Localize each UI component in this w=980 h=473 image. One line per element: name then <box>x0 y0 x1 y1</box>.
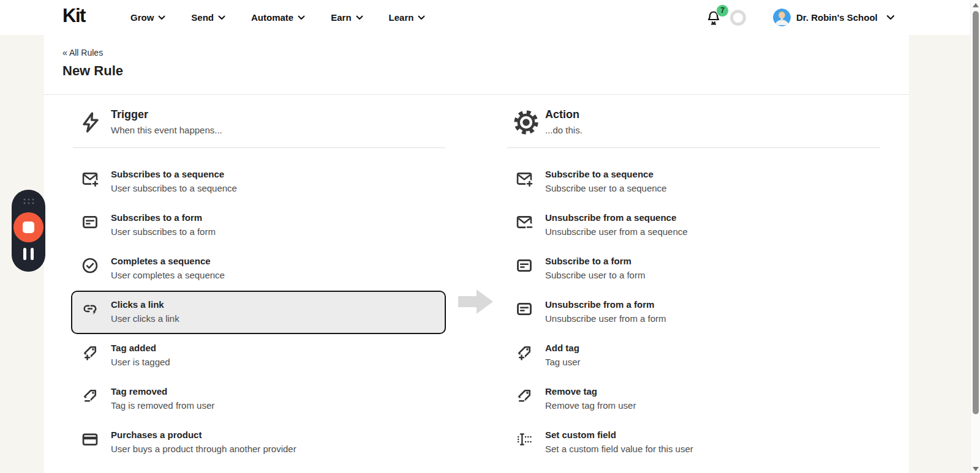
item-title: Subscribe to a form <box>545 256 631 267</box>
trigger-item-tag-added[interactable]: Tag added User is tagged <box>73 343 445 367</box>
trigger-item-subscribes-to-a-sequence[interactable]: Subscribes to a sequence User subscribes… <box>73 169 445 193</box>
trigger-title: Trigger <box>111 108 148 121</box>
trigger-item-tag-removed[interactable]: Tag removed Tag is removed from user <box>73 386 445 411</box>
nav-item-learn[interactable]: Learn <box>389 12 426 23</box>
account-chevron-down-icon[interactable] <box>886 15 895 20</box>
form-icon <box>516 257 533 274</box>
page-title: New Rule <box>62 63 123 79</box>
item-title: Subscribes to a sequence <box>111 169 224 180</box>
trigger-item-subscribes-to-a-form[interactable]: Subscribes to a form User subscribes to … <box>73 212 445 237</box>
nav-item-earn[interactable]: Earn <box>331 12 363 23</box>
account-name[interactable]: Dr. Robin's School <box>796 12 878 23</box>
nav-item-label: Earn <box>331 12 351 23</box>
custom-field-icon <box>516 431 533 448</box>
action-item-subscribe-to-a-sequence[interactable]: Subscribe to a sequence Subscribe user t… <box>507 169 880 193</box>
item-subtitle: Subscribe user to a form <box>545 270 645 281</box>
stop-icon <box>23 222 34 233</box>
item-subtitle: User subscribes to a sequence <box>111 183 237 194</box>
chevron-down-icon <box>356 15 363 20</box>
chevron-down-icon <box>418 15 425 20</box>
item-title: Unsubscribe from a form <box>545 299 654 310</box>
action-item-subscribe-to-a-form[interactable]: Subscribe to a form Subscribe user to a … <box>507 256 880 280</box>
top-nav: Kit Grow Send Automate Earn Learn <box>0 0 980 35</box>
scroll-down-arrow-icon[interactable] <box>973 467 979 471</box>
drag-handle-icon[interactable] <box>12 197 45 206</box>
nav-item-label: Send <box>191 12 214 23</box>
item-title: Remove tag <box>545 386 597 397</box>
chevron-down-icon <box>298 15 305 20</box>
item-subtitle: Remove tag from user <box>545 400 636 411</box>
trigger-item-purchases-a-product[interactable]: Purchases a product User buys a product … <box>73 430 445 454</box>
header-divider <box>44 94 909 95</box>
item-subtitle: Unsubscribe user from a sequence <box>545 226 688 237</box>
nav-item-label: Grow <box>130 12 154 23</box>
screen-recorder-widget[interactable] <box>12 190 45 272</box>
pause-icon <box>31 248 34 260</box>
action-item-remove-tag[interactable]: Remove tag Remove tag from user <box>507 386 880 411</box>
action-item-add-tag[interactable]: Add tag Tag user <box>507 343 880 367</box>
item-subtitle: User completes a sequence <box>111 270 225 281</box>
action-divider <box>507 147 880 148</box>
scroll-up-arrow-icon[interactable] <box>973 3 979 7</box>
pause-icon <box>23 248 26 260</box>
trigger-list: Subscribes to a sequence User subscribes… <box>73 169 445 473</box>
nav-right-cluster: 7 Dr. Robin's School <box>706 0 895 35</box>
item-title: Subscribes to a form <box>111 212 202 223</box>
item-subtitle: Tag is removed from user <box>111 400 214 411</box>
tag-minus-icon <box>81 387 99 404</box>
nav-menu: Grow Send Automate Earn Learn <box>130 0 425 35</box>
item-title: Add tag <box>545 343 579 354</box>
item-title: Completes a sequence <box>111 256 211 267</box>
action-item-unsubscribe-from-a-sequence[interactable]: Unsubscribe from a sequence Unsubscribe … <box>507 212 880 237</box>
item-subtitle: Unsubscribe user from a form <box>545 313 666 324</box>
form-icon <box>81 214 99 231</box>
stop-recording-button[interactable] <box>13 212 43 242</box>
notification-count-badge: 7 <box>716 4 729 17</box>
action-item-set-custom-field[interactable]: Set custom field Set a custom field valu… <box>507 430 880 454</box>
item-title: Clicks a link <box>111 299 164 310</box>
item-subtitle: User buys a product through another prov… <box>111 444 296 455</box>
vertical-scrollbar[interactable] <box>970 0 980 473</box>
notifications-button[interactable]: 7 <box>706 10 722 26</box>
credit-card-icon <box>81 431 99 448</box>
item-subtitle: User is tagged <box>111 357 170 368</box>
circle-check-icon <box>81 257 99 274</box>
form-icon <box>516 300 533 318</box>
item-title: Subscribe to a sequence <box>545 169 654 180</box>
avatar[interactable] <box>773 9 791 26</box>
pause-recording-button[interactable] <box>12 248 45 260</box>
avatar-image <box>773 9 791 26</box>
item-subtitle: Set a custom field value for this user <box>545 444 693 455</box>
nav-item-send[interactable]: Send <box>191 12 225 23</box>
trigger-item-completes-a-sequence[interactable]: Completes a sequence User completes a se… <box>73 256 445 280</box>
nav-item-automate[interactable]: Automate <box>251 12 305 23</box>
item-subtitle: Subscribe user to a sequence <box>545 183 666 194</box>
link-click-icon <box>81 300 99 318</box>
action-item-unsubscribe-from-a-form[interactable]: Unsubscribe from a form Unsubscribe user… <box>507 299 880 324</box>
nav-item-label: Learn <box>389 12 414 23</box>
item-title: Tag removed <box>111 386 167 397</box>
item-title: Purchases a product <box>111 430 202 441</box>
gear-icon <box>513 110 539 135</box>
back-to-all-rules-link[interactable]: « All Rules <box>62 48 103 58</box>
action-list: Subscribe to a sequence Subscribe user t… <box>507 169 880 473</box>
flow-arrow-icon <box>458 288 494 315</box>
nav-item-grow[interactable]: Grow <box>130 12 165 23</box>
chevron-down-icon <box>158 15 165 20</box>
nav-item-label: Automate <box>251 12 293 23</box>
item-title: Unsubscribe from a sequence <box>545 212 676 223</box>
help-ring-icon[interactable] <box>730 10 746 26</box>
item-title: Set custom field <box>545 430 616 441</box>
new-rule-panel: « All Rules New Rule Trigger When this e… <box>44 35 909 473</box>
trigger-item-clicks-a-link[interactable]: Clicks a link User clicks a link <box>73 299 445 324</box>
scrollbar-thumb[interactable] <box>973 11 979 414</box>
lightning-icon <box>79 110 102 135</box>
kit-logo[interactable]: Kit <box>62 5 85 27</box>
envelope-minus-icon <box>516 214 533 231</box>
item-subtitle: User clicks a link <box>111 313 179 324</box>
chevron-down-icon <box>218 15 225 20</box>
trigger-subtitle: When this event happens... <box>111 125 222 135</box>
action-title: Action <box>545 108 579 121</box>
tag-minus-icon <box>516 387 533 404</box>
action-subtitle: ...do this. <box>545 125 582 135</box>
